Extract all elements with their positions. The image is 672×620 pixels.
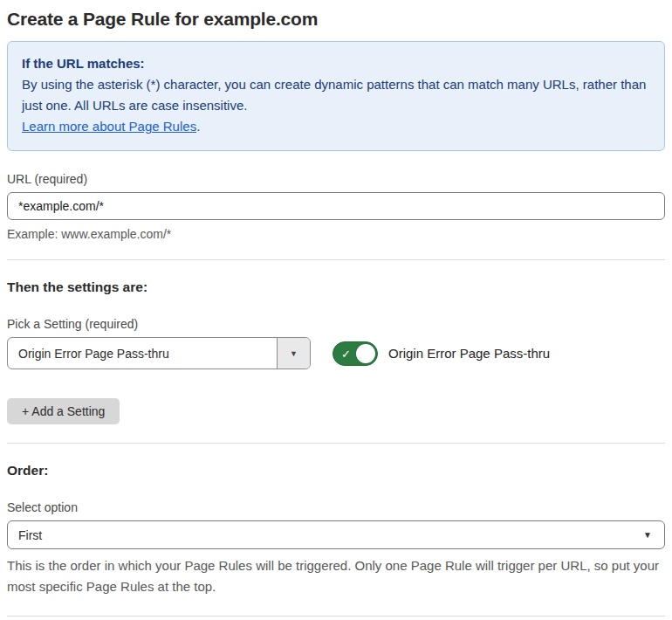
setting-toggle-label: Origin Error Page Pass-thru	[388, 346, 550, 361]
settings-section-heading: Then the settings are:	[7, 279, 665, 295]
divider	[7, 259, 665, 260]
order-select[interactable]: First ▼	[7, 520, 665, 549]
select-caret-icon: ▼	[643, 530, 652, 540]
order-description: This is the order in which your Page Rul…	[7, 555, 663, 597]
chevron-down-icon[interactable]: ▼	[277, 338, 310, 369]
setting-row: Origin Error Page Pass-thru ▼ ✓ Origin E…	[7, 337, 665, 369]
url-match-info-box: If the URL matches: By using the asteris…	[7, 41, 665, 151]
info-box-link-line: Learn more about Page Rules.	[22, 116, 650, 137]
add-setting-button[interactable]: + Add a Setting	[7, 398, 120, 424]
pick-setting-label: Pick a Setting (required)	[7, 317, 665, 331]
url-field-label: URL (required)	[7, 172, 665, 186]
learn-more-link[interactable]: Learn more about Page Rules	[22, 119, 196, 134]
setting-dropdown[interactable]: Origin Error Page Pass-thru ▼	[7, 337, 311, 369]
url-input[interactable]	[7, 192, 665, 220]
check-icon: ✓	[341, 348, 351, 359]
divider	[7, 443, 665, 444]
toggle-knob	[356, 344, 375, 363]
divider	[7, 616, 665, 617]
page-rule-form: Create a Page Rule for example.com If th…	[0, 0, 672, 620]
setting-toggle[interactable]: ✓	[333, 341, 378, 366]
url-example-text: Example: www.example.com/*	[7, 227, 665, 241]
page-title: Create a Page Rule for example.com	[7, 9, 665, 30]
info-box-heading: If the URL matches:	[22, 53, 650, 74]
order-select-value: First	[18, 528, 643, 542]
info-box-body: By using the asterisk (*) character, you…	[22, 74, 650, 116]
setting-dropdown-value: Origin Error Page Pass-thru	[8, 338, 277, 369]
link-period: .	[196, 119, 200, 134]
order-section-heading: Order:	[7, 463, 665, 479]
order-select-label: Select option	[7, 500, 665, 514]
